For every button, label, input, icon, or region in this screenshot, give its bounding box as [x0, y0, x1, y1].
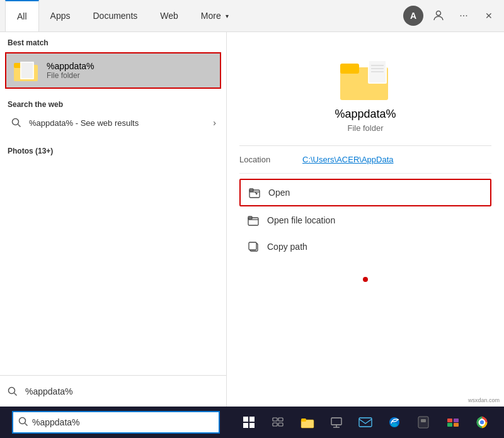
svg-rect-27	[249, 423, 255, 428]
search-icon-bottom	[5, 386, 20, 396]
svg-rect-29	[278, 418, 283, 421]
svg-rect-10	[340, 64, 359, 74]
nav-actions: A ··· ✕	[403, 6, 499, 26]
left-panel: Best match %appdata% File folder Se	[0, 32, 227, 407]
svg-point-40	[391, 423, 398, 427]
svg-rect-46	[447, 423, 452, 427]
best-match-name: %appdata%	[47, 61, 94, 71]
svg-line-8	[14, 393, 17, 395]
svg-rect-28	[273, 418, 277, 421]
svg-point-0	[437, 11, 441, 16]
search-web-section: Search the web %appdata% - See web resul…	[0, 90, 226, 137]
taskbar: %appdata%	[0, 407, 504, 438]
search-bar-bottom	[0, 375, 226, 407]
task-view-icon[interactable]	[266, 411, 289, 434]
svg-rect-4	[21, 63, 33, 78]
main-content: Best match %appdata% File folder Se	[0, 32, 504, 407]
svg-rect-43	[421, 419, 426, 422]
avatar[interactable]: A	[403, 6, 423, 26]
game-icon[interactable]	[442, 411, 464, 434]
svg-point-22	[20, 417, 26, 424]
edge-icon[interactable]	[383, 411, 406, 434]
folder-icon-small	[14, 60, 39, 81]
taskbar-search-box[interactable]: %appdata%	[12, 411, 220, 434]
taskbar-search-icon	[18, 417, 28, 429]
open-label: Open	[268, 188, 290, 198]
location-row: Location C:\Users\ACER\AppData	[239, 146, 491, 174]
web-search-item[interactable]: %appdata% - See web results ›	[8, 111, 219, 134]
store-icon[interactable]	[412, 411, 435, 434]
taskbar-right	[229, 411, 501, 434]
svg-rect-21	[249, 242, 256, 250]
photos-section: Photos (13+)	[0, 137, 226, 163]
svg-point-7	[9, 387, 15, 393]
location-label: Location	[239, 155, 290, 164]
file-explorer-icon[interactable]	[296, 411, 319, 434]
folder-icon-large	[340, 57, 391, 100]
svg-rect-44	[447, 418, 452, 422]
web-search-text: %appdata% - See web results	[29, 118, 207, 128]
watermark: wsxdan.com	[466, 396, 501, 404]
svg-rect-24	[243, 417, 248, 422]
svg-point-5	[13, 119, 19, 125]
open-button[interactable]: Open	[239, 179, 491, 206]
nav-bar: All Apps Documents Web More ▾ A	[0, 0, 504, 32]
tab-all[interactable]: All	[5, 0, 39, 31]
ellipsis-icon[interactable]: ···	[454, 6, 474, 26]
open-file-location-button[interactable]: Open file location	[239, 208, 491, 233]
copy-path-label: Copy path	[267, 242, 307, 252]
svg-rect-45	[454, 418, 459, 422]
taskbar-left: %appdata%	[3, 411, 229, 434]
file-preview: %appdata% File folder	[239, 45, 491, 146]
svg-rect-25	[249, 417, 255, 422]
tab-apps[interactable]: Apps	[39, 0, 82, 31]
svg-line-23	[25, 423, 28, 425]
copy-path-icon	[247, 240, 260, 253]
search-input[interactable]	[25, 386, 221, 396]
tab-web[interactable]: Web	[149, 0, 190, 31]
nav-tabs: All Apps Documents Web More ▾	[5, 0, 403, 31]
best-match-label: Best match	[0, 32, 226, 51]
best-match-text: %appdata% File folder	[47, 61, 94, 80]
chevron-right-icon: ›	[213, 118, 216, 128]
search-window: All Apps Documents Web More ▾ A	[0, 0, 504, 438]
photos-label: Photos (13+)	[8, 142, 219, 160]
search-icon	[10, 116, 23, 129]
chrome-icon[interactable]	[471, 411, 493, 434]
svg-rect-31	[278, 423, 283, 426]
tab-documents[interactable]: Documents	[81, 0, 149, 31]
svg-rect-47	[454, 423, 459, 427]
person-icon[interactable]	[428, 6, 449, 26]
svg-point-50	[480, 420, 484, 424]
svg-line-6	[18, 125, 21, 127]
file-name-large: %appdata%	[335, 108, 396, 121]
chevron-down-icon: ▾	[226, 13, 229, 20]
svg-rect-35	[331, 418, 341, 425]
open-folder-icon	[248, 186, 261, 199]
svg-rect-33	[301, 418, 306, 422]
taskbar-search-text: %appdata%	[32, 417, 80, 427]
start-icon[interactable]	[238, 411, 260, 434]
search-web-label: Search the web	[8, 95, 219, 111]
action-buttons: Open Open file location	[239, 174, 491, 264]
mail-icon[interactable]	[354, 411, 377, 434]
best-match-type: File folder	[47, 71, 94, 80]
file-type-large: File folder	[347, 123, 383, 133]
best-match-item[interactable]: %appdata% File folder	[5, 52, 221, 89]
tab-more[interactable]: More ▾	[190, 0, 240, 31]
open-file-location-label: Open file location	[267, 215, 335, 225]
location-value[interactable]: C:\Users\ACER\AppData	[302, 155, 394, 164]
svg-rect-26	[243, 423, 248, 428]
copy-path-button[interactable]: Copy path	[239, 234, 491, 259]
network-icon[interactable]	[325, 411, 348, 434]
svg-rect-30	[273, 423, 277, 426]
svg-rect-38	[359, 418, 372, 427]
close-icon[interactable]: ✕	[479, 6, 499, 26]
right-panel: %appdata% File folder Location C:\Users\…	[227, 32, 504, 407]
red-dot	[363, 277, 368, 282]
file-location-icon	[247, 214, 260, 227]
